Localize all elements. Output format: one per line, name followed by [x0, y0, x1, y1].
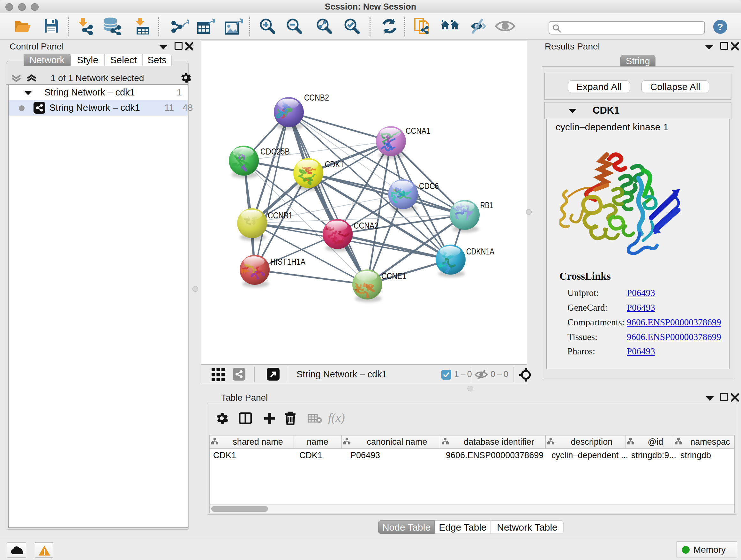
svg-text:CCNE1: CCNE1 — [381, 271, 406, 281]
svg-text:CCNA2: CCNA2 — [354, 221, 379, 231]
svg-text:CCNB2: CCNB2 — [304, 92, 329, 103]
svg-text:RB1: RB1 — [480, 200, 493, 210]
svg-text:CDKN1A: CDKN1A — [466, 246, 494, 256]
svg-text:CDC25B: CDC25B — [260, 146, 290, 157]
svg-text:CCNA1: CCNA1 — [406, 126, 430, 136]
svg-text:CDC6: CDC6 — [419, 181, 439, 191]
svg-text:CDK1: CDK1 — [325, 159, 344, 169]
svg-text:CCNB1: CCNB1 — [268, 210, 293, 220]
svg-text:?: ? — [718, 21, 723, 32]
svg-text:HIST1H1A: HIST1H1A — [270, 257, 306, 266]
